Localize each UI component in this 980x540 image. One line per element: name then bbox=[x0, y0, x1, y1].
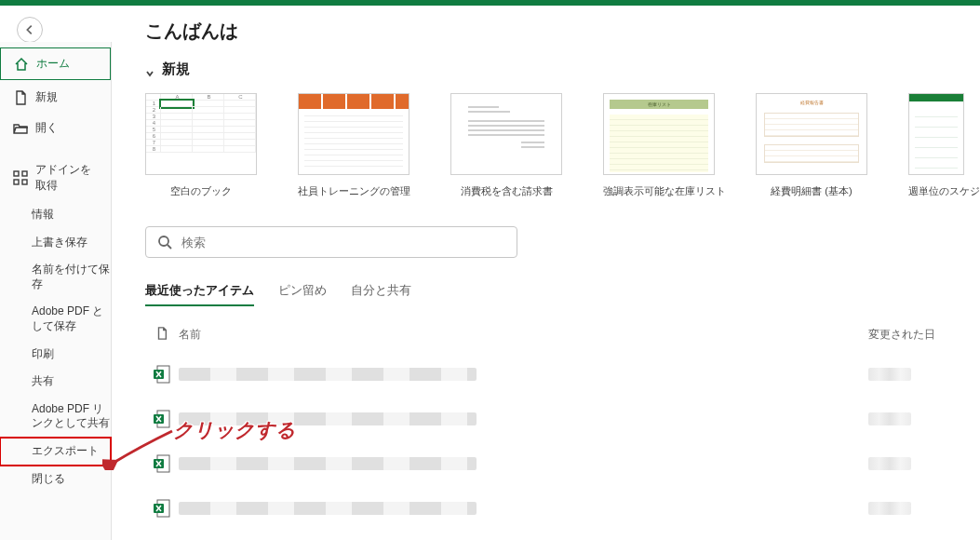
tab-pinned[interactable]: ピン留め bbox=[278, 282, 327, 306]
templates-row: ABC 1 2 3 4 5 6 7 8 空白のブック 社員トレーニングの管理 bbox=[145, 93, 980, 198]
greeting: こんばんは bbox=[145, 19, 980, 44]
sidebar-item-info[interactable]: 情報 bbox=[0, 201, 111, 229]
sidebar-label-new: 新規 bbox=[35, 89, 58, 105]
arrow-left-icon bbox=[23, 23, 36, 36]
svg-rect-0 bbox=[14, 171, 19, 176]
list-date-header[interactable]: 変更された日 bbox=[868, 327, 980, 343]
sidebar-item-save[interactable]: 上書き保存 bbox=[0, 229, 111, 257]
template-thumb: 在庫リスト bbox=[603, 93, 715, 175]
template-weekly[interactable]: 週単位のスケジュー bbox=[908, 93, 964, 198]
chevron-down-icon bbox=[145, 65, 154, 74]
template-blank-workbook[interactable]: ABC 1 2 3 4 5 6 7 8 空白のブック bbox=[145, 93, 257, 198]
template-label: 空白のブック bbox=[145, 184, 257, 198]
sidebar-item-adobe-save[interactable]: Adobe PDF として保存 bbox=[0, 298, 111, 340]
tab-recent[interactable]: 最近使ったアイテム bbox=[145, 282, 254, 306]
excel-file-icon bbox=[153, 499, 171, 518]
list-row[interactable] bbox=[145, 486, 980, 531]
sidebar-item-addins[interactable]: アドインを取得 bbox=[0, 155, 111, 201]
list-row[interactable] bbox=[145, 352, 980, 397]
template-training[interactable]: 社員トレーニングの管理 bbox=[298, 93, 409, 198]
svg-rect-3 bbox=[22, 180, 27, 184]
sidebar-item-open[interactable]: 開く bbox=[0, 113, 111, 143]
template-label: 経費明細書 (基本) bbox=[756, 184, 867, 198]
folder-open-icon bbox=[13, 121, 28, 136]
template-label: 消費税を含む請求書 bbox=[450, 184, 562, 198]
list-row[interactable] bbox=[145, 441, 980, 486]
section-new-header[interactable]: 新規 bbox=[145, 61, 980, 78]
sidebar-label-home: ホーム bbox=[36, 56, 70, 72]
sidebar-item-adobe-share[interactable]: Adobe PDF リンクとして共有 bbox=[0, 396, 111, 438]
svg-rect-1 bbox=[22, 171, 27, 176]
template-invoice[interactable]: 消費税を含む請求書 bbox=[450, 93, 562, 198]
main-content: こんばんは 新規 ABC 1 2 3 4 5 6 7 8 空白のブック bbox=[112, 6, 980, 540]
sidebar-item-new[interactable]: 新規 bbox=[0, 82, 111, 113]
list-header: 名前 変更された日 bbox=[145, 323, 980, 352]
template-thumb bbox=[450, 93, 562, 175]
template-thumb bbox=[298, 93, 409, 175]
sidebar-label-addins: アドインを取得 bbox=[35, 162, 98, 194]
svg-rect-2 bbox=[14, 180, 19, 184]
sidebar-item-home[interactable]: ホーム bbox=[0, 47, 111, 80]
template-label: 週単位のスケジュー bbox=[908, 184, 964, 198]
home-icon bbox=[14, 57, 29, 72]
template-thumb bbox=[908, 93, 964, 175]
template-stock[interactable]: 在庫リスト 強調表示可能な在庫リスト bbox=[603, 93, 715, 198]
excel-file-icon bbox=[153, 454, 171, 473]
list-row[interactable] bbox=[145, 397, 980, 441]
sidebar: ホーム 新規 開く アドインを取得 情報 上書き保存 名前を付けて保存 Adob… bbox=[0, 42, 112, 540]
excel-file-icon bbox=[153, 410, 171, 428]
template-expense[interactable]: 経費報告書 経費明細書 (基本) bbox=[756, 93, 867, 198]
list-name-header[interactable]: 名前 bbox=[179, 327, 868, 343]
section-new-title: 新規 bbox=[162, 61, 190, 78]
template-label: 強調表示可能な在庫リスト bbox=[603, 184, 715, 198]
recent-tabs: 最近使ったアイテム ピン留め 自分と共有 bbox=[145, 282, 980, 306]
grid-icon bbox=[13, 170, 28, 185]
search-box[interactable] bbox=[145, 226, 517, 258]
sidebar-item-saveas[interactable]: 名前を付けて保存 bbox=[0, 256, 111, 298]
sidebar-item-print[interactable]: 印刷 bbox=[0, 341, 111, 369]
tab-shared[interactable]: 自分と共有 bbox=[351, 282, 411, 306]
sidebar-item-share[interactable]: 共有 bbox=[0, 368, 111, 396]
sidebar-item-close[interactable]: 閉じる bbox=[0, 466, 111, 493]
template-label: 社員トレーニングの管理 bbox=[298, 184, 409, 198]
sidebar-item-export[interactable]: エクスポート bbox=[0, 438, 111, 466]
svg-point-4 bbox=[159, 236, 168, 246]
search-icon bbox=[157, 235, 172, 250]
template-thumb: 経費報告書 bbox=[756, 93, 867, 175]
list-icon-column bbox=[145, 327, 179, 343]
sidebar-label-open: 開く bbox=[35, 120, 58, 136]
excel-file-icon bbox=[153, 365, 171, 384]
file-icon bbox=[155, 327, 168, 340]
file-icon bbox=[13, 90, 28, 105]
template-thumb: ABC 1 2 3 4 5 6 7 8 bbox=[145, 93, 257, 175]
search-input[interactable] bbox=[181, 236, 505, 250]
back-button[interactable] bbox=[17, 17, 43, 43]
